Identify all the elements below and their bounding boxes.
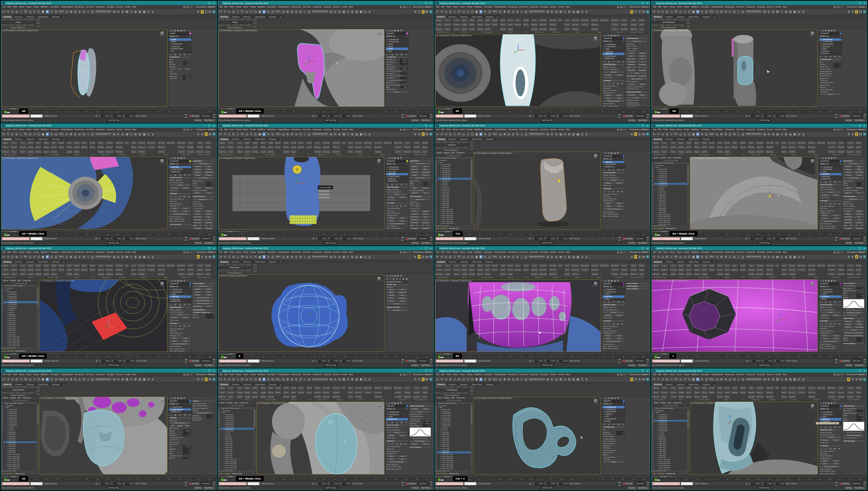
- sign-in-button[interactable]: ◉Sign In ▾: [399, 128, 412, 131]
- menu-edit[interactable]: Edit: [657, 6, 662, 8]
- axis-z-button[interactable]: Z: [855, 255, 858, 259]
- snaps-toggle-icon[interactable]: 3²: [724, 377, 728, 382]
- ribbon-toggle-icon[interactable]: ▤: [125, 132, 129, 136]
- stack-tool-icon[interactable]: ⌫: [183, 414, 187, 416]
- rect-region-icon[interactable]: ▢: [37, 255, 41, 259]
- ribbon-tool-button[interactable]: Detach: [251, 145, 258, 149]
- modify-tab[interactable]: ⌁: [389, 274, 390, 277]
- menu-file[interactable]: File: [2, 128, 7, 131]
- ref-coord-dropdown[interactable]: View ▾: [492, 255, 498, 259]
- ribbon-tool-button[interactable]: Offset: [435, 23, 443, 26]
- axis-x-button[interactable]: X: [847, 132, 850, 136]
- render-production-icon[interactable]: ●: [151, 255, 155, 259]
- select-rotate-icon[interactable]: ↻: [50, 377, 54, 382]
- button-slice[interactable]: Slice: [203, 216, 214, 218]
- explorer-menu-customize[interactable]: Customize: [239, 402, 248, 404]
- ribbon-tab-populate[interactable]: Populate: [267, 383, 278, 386]
- field-sharpness[interactable]: 1.0: [183, 434, 191, 436]
- modifier-stack-item[interactable]: ●Editable Poly: [602, 58, 625, 60]
- ribbon-tab-selection[interactable]: Selection: [675, 383, 686, 386]
- track-bar[interactable]: ◂ 0 / 100 ▸: [435, 352, 650, 355]
- ribbon-mini-button[interactable]: ▫: [232, 18, 238, 21]
- ribbon-tab-populate[interactable]: Populate: [50, 260, 61, 263]
- viewport[interactable]: [+] [ Orthographic ] [ Standard ] [ Wire…: [39, 279, 168, 352]
- rendered-frame-icon[interactable]: ▢: [797, 255, 801, 259]
- menu-content[interactable]: Content: [766, 251, 774, 253]
- coord-x-field[interactable]: 0.0cm: [101, 237, 110, 240]
- selection-lock-icon[interactable]: ⊡: [95, 482, 98, 485]
- coord-z-field[interactable]: 0.0cm: [776, 114, 785, 117]
- auto-key-button[interactable]: Auto Key: [405, 114, 417, 118]
- current-modifier-widget[interactable]: 1 Bend: [1, 21, 35, 24]
- layer-manager-icon[interactable]: ≣: [771, 377, 775, 382]
- named-selection-dropdown[interactable]: Create Selection Se ▾: [95, 377, 112, 382]
- ribbon-tool-button[interactable]: Use Displ.: [549, 18, 558, 22]
- explorer-filter-icon[interactable]: ⊟: [2, 294, 3, 296]
- ribbon-tool-button[interactable]: Detach: [468, 268, 475, 272]
- add-time-tag[interactable]: Add Time Tag: [107, 486, 120, 490]
- named-selection-dropdown[interactable]: Create Selection Se ▾: [528, 132, 545, 136]
- button-shrink[interactable]: Shrink: [603, 202, 614, 205]
- trackbar-left-arrow[interactable]: ◂: [652, 353, 653, 355]
- viewport-label[interactable]: [+] [ Orthographic ] [ Standard ] [ Defa…: [474, 397, 513, 399]
- select-link-icon[interactable]: ∞: [444, 132, 448, 136]
- coord-z-field[interactable]: 0.0cm: [125, 237, 135, 240]
- menu-civil-view[interactable]: Civil View: [301, 128, 312, 131]
- button-cylinder[interactable]: Cylinder: [386, 294, 397, 296]
- time-slider[interactable]: [221, 233, 224, 236]
- menu-tools[interactable]: Tools: [662, 251, 669, 253]
- rollout-header-edit-geometry[interactable]: ▾ Edit Geometry: [625, 288, 648, 290]
- viewport-layout-icon[interactable]: ⧉: [646, 255, 649, 259]
- axis-xy-button[interactable]: XY: [642, 255, 645, 259]
- explorer-tool-icon[interactable]: ♦: [672, 159, 673, 162]
- button-[interactable]: ■: [616, 190, 620, 193]
- ribbon-tool-button[interactable]: Use Displ.: [105, 141, 114, 145]
- ribbon-config-icon[interactable]: ▾: [495, 15, 500, 18]
- button-attach[interactable]: Attach: [409, 213, 420, 215]
- create-category-icon[interactable]: ✦: [395, 278, 398, 280]
- select-move-icon[interactable]: ✥: [45, 255, 49, 259]
- ribbon-tool-button[interactable]: Dist Conn.: [374, 386, 382, 390]
- modify-tab[interactable]: ⌁: [389, 29, 390, 32]
- coord-y-field[interactable]: 0.0cm: [113, 237, 122, 240]
- select-link-icon[interactable]: ∞: [10, 255, 14, 259]
- maxscript-mini-listener[interactable]: ▸: [2, 482, 30, 485]
- button-create[interactable]: Create: [193, 210, 203, 212]
- ribbon-tool-button[interactable]: Hide Unsel.: [332, 149, 341, 153]
- mirror-icon[interactable]: ⋈: [112, 255, 116, 259]
- window-crossing-icon[interactable]: ▦: [475, 132, 479, 136]
- button-[interactable]: ●: [837, 447, 841, 450]
- button-z[interactable]: Z: [426, 224, 431, 227]
- field-bevel-spline[interactable]: None: [400, 68, 408, 70]
- time-slider[interactable]: [654, 355, 657, 359]
- ribbon-tool-button[interactable]: Spin: [81, 264, 88, 267]
- menu-file[interactable]: File: [2, 6, 7, 8]
- button-ring[interactable]: Ring: [820, 462, 830, 465]
- menu-graph-editors[interactable]: Graph Editors: [711, 373, 724, 375]
- explorer-filter-icon[interactable]: ◉: [2, 296, 3, 298]
- explorer-filter-icon[interactable]: ▸: [653, 410, 653, 412]
- visibility-bulb-icon[interactable]: ●: [387, 41, 387, 43]
- ribbon-tool-button[interactable]: Relax: [443, 272, 451, 276]
- ribbon-mini-button[interactable]: ▫: [435, 392, 442, 394]
- ribbon-tool-button[interactable]: P.Connect: [669, 268, 677, 272]
- button-msmooth[interactable]: MSmooth: [409, 221, 420, 224]
- ribbon-tool-button[interactable]: Chamfer: [693, 272, 700, 276]
- ribbon-tool-button[interactable]: MSmooth: [297, 145, 305, 149]
- maxscript-mini-listener-output[interactable]: ✕: [681, 359, 693, 363]
- button-outline[interactable]: Outline: [203, 288, 214, 290]
- menu-arnold[interactable]: Arnold: [558, 6, 565, 8]
- create-tab[interactable]: +: [603, 279, 605, 281]
- angle-snap-icon[interactable]: ∠: [728, 377, 732, 382]
- maximize-button[interactable]: ❐: [425, 2, 428, 4]
- ribbon-tool-button[interactable]: MSmooth: [731, 391, 738, 394]
- button-collapse[interactable]: Collapse: [420, 210, 431, 212]
- select-object-icon[interactable]: ▭: [28, 132, 32, 136]
- create-category-icon[interactable]: ▤: [402, 278, 405, 280]
- stack-tool-icon[interactable]: ▮: [173, 303, 178, 306]
- visibility-bulb-icon[interactable]: ●: [820, 50, 821, 52]
- stack-tool-icon[interactable]: ⌖: [819, 301, 823, 303]
- stack-tool-icon[interactable]: ▮: [390, 421, 394, 424]
- explorer-filter-icon[interactable]: ✛: [2, 292, 3, 294]
- ribbon-tool-button[interactable]: Spin: [97, 141, 105, 145]
